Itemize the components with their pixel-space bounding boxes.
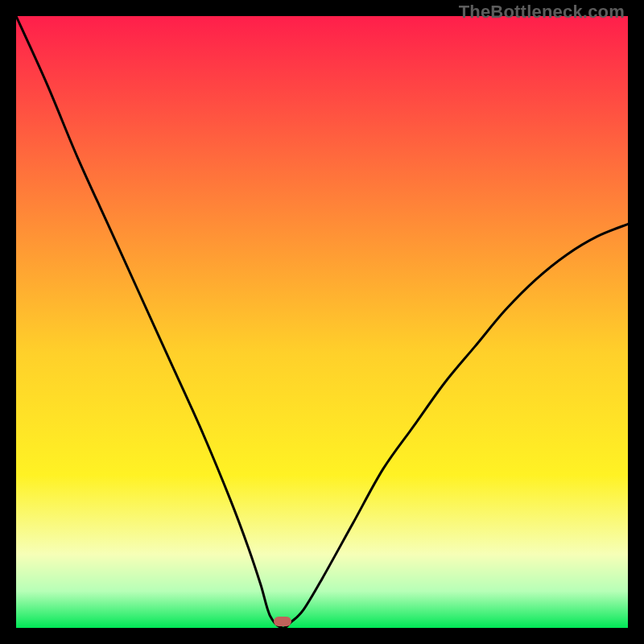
watermark-text: TheBottleneck.com: [459, 2, 625, 23]
gradient-background: [16, 16, 628, 628]
chart-svg: [16, 16, 628, 628]
bottleneck-marker: [274, 617, 291, 626]
chart-frame: [16, 16, 628, 628]
